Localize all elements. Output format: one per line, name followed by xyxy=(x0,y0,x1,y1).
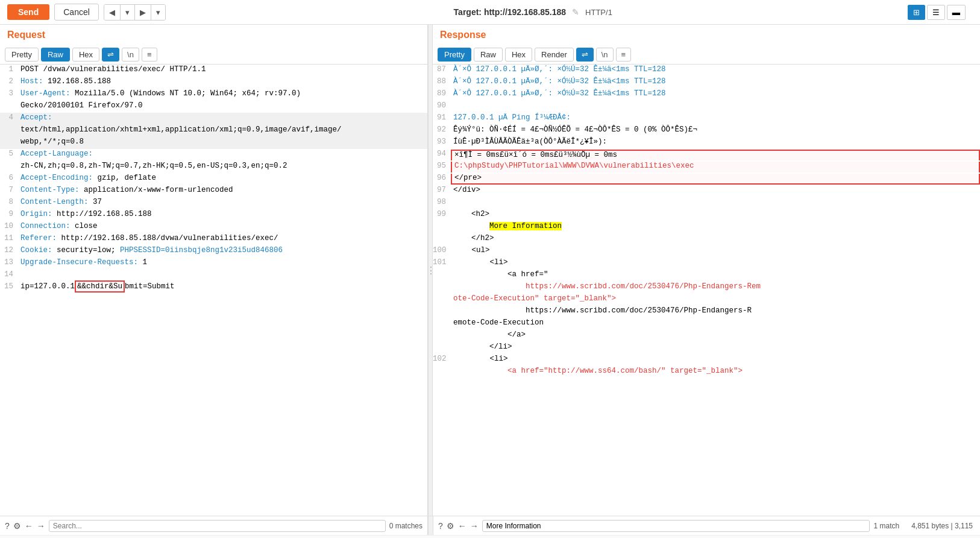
request-search-input[interactable] xyxy=(49,520,386,532)
response-search-input[interactable] xyxy=(482,520,870,532)
resp-settings-icon[interactable]: ⚙ xyxy=(447,521,454,531)
request-code-area[interactable]: 1 POST /dvwa/vulnerabilities/exec/ HTTP/… xyxy=(0,65,427,516)
resp-line-102b: <a href="http://www.ss64.com/bash/" targ… xyxy=(433,366,980,378)
req-wrap-icon[interactable]: ⇌ xyxy=(102,48,119,62)
resp-line-92: 92 Êý¾Ý°ü: ÒÑ·¢ÉÍ = 4£¬ÒÑ½ÓÊÕ = 4£¬ÒÔ*ÊS… xyxy=(433,125,980,137)
resp-line-94: 94 ×î¶Ì = 0ms£ü×î´ó = 0ms£ü³½¾ùÖµ = 0ms xyxy=(433,149,980,161)
view-horizontal-button[interactable]: ☰ xyxy=(927,5,945,20)
req-line-11: 11 Referer: http://192.168.85.188/dvwa/v… xyxy=(0,233,427,245)
req-line-7: 7 Content-Type: application/x-www-form-u… xyxy=(0,185,427,197)
resp-line-101f: emote-Code-Execution xyxy=(433,318,980,330)
resp-line-90: 90 xyxy=(433,101,980,113)
request-toolbar: Pretty Raw Hex ⇌ \n ≡ xyxy=(0,45,427,65)
resp-line-h2-close: </h2> xyxy=(433,233,980,245)
req-match-count: 0 matches xyxy=(389,522,422,530)
resp-back-icon[interactable]: ← xyxy=(458,521,466,531)
req-line-3b: Gecko/20100101 Firefox/97.0 xyxy=(0,101,427,113)
req-line-3: 3 User-Agent: Mozilla/5.0 (Windows NT 10… xyxy=(0,89,427,101)
panel-divider[interactable]: ⋮ xyxy=(428,25,433,516)
view-single-button[interactable]: ▬ xyxy=(947,5,966,20)
resp-line-101: 101 <li> xyxy=(433,258,980,270)
req-raw-btn[interactable]: Raw xyxy=(41,48,70,62)
response-toolbar: Pretty Raw Hex Render ⇌ \n ≡ xyxy=(433,45,980,65)
view-split-button[interactable]: ⊞ xyxy=(908,5,925,20)
req-line-2: 2 Host: 192.168.85.188 xyxy=(0,77,427,89)
req-line-10: 10 Connection: close xyxy=(0,221,427,233)
resp-line-95: 95 C:\phpStudy\PHPTutorial\WWW\DVWA\vuln… xyxy=(433,161,980,173)
view-toggle-group: ⊞ ☰ ▬ xyxy=(900,5,973,20)
response-code-area[interactable]: 87 À´×Ô 127.0.0.1 µÄ»Ø,´: ×Ó½Ú=32 Ê±¼ä<1… xyxy=(433,65,980,516)
response-title: Response xyxy=(440,30,486,40)
req-line-5: 5 Accept-Language: xyxy=(0,149,427,161)
resp-pretty-btn[interactable]: Pretty xyxy=(438,48,471,62)
nav-buttons: ◀ ▾ ▶ ▾ xyxy=(104,4,166,21)
req-help-icon[interactable]: ? xyxy=(5,521,10,531)
req-line-4c: webp,*/*;q=0.8 xyxy=(0,137,427,149)
resp-render-btn[interactable]: Render xyxy=(535,48,574,62)
resp-line-87: 87 À´×Ô 127.0.0.1 µÄ»Ø,´: ×Ó½Ú=32 Ê±¼ä<1… xyxy=(433,65,980,77)
resp-wrap-icon[interactable]: ⇌ xyxy=(576,48,594,62)
resp-forward-icon[interactable]: → xyxy=(470,521,479,531)
req-line-8: 8 Content-Length: 37 xyxy=(0,197,427,209)
req-pretty-btn[interactable]: Pretty xyxy=(5,48,39,62)
cancel-button[interactable]: Cancel xyxy=(54,4,99,21)
resp-hex-btn[interactable]: Hex xyxy=(505,48,532,62)
req-line-4: 4 Accept: xyxy=(0,113,427,125)
resp-line-more-info: More Information xyxy=(433,221,980,233)
req-line-1: 1 POST /dvwa/vulnerabilities/exec/ HTTP/… xyxy=(0,65,427,77)
resp-line-101h: </li> xyxy=(433,342,980,354)
more-information-highlight: More Information xyxy=(489,222,562,230)
target-url: Target: http://192.168.85.188 xyxy=(454,7,566,17)
req-newline-icon[interactable]: \n xyxy=(122,48,139,62)
forward-button[interactable]: ▶ xyxy=(135,5,151,20)
req-line-6: 6 Accept-Encoding: gzip, deflate xyxy=(0,173,427,185)
req-line-4b: text/html,application/xhtml+xml,applicat… xyxy=(0,125,427,137)
req-line-12: 12 Cookie: security=low; PHPSESSID=0iins… xyxy=(0,245,427,258)
resp-newline-icon[interactable]: \n xyxy=(596,48,614,62)
resp-help-icon[interactable]: ? xyxy=(438,521,443,531)
resp-line-88: 88 À´×Ô 127.0.0.1 µÄ»Ø,´: ×Ó½Ú=32 Ê±¼ä<1… xyxy=(433,77,980,89)
send-button[interactable]: Send xyxy=(7,4,49,20)
resp-line-93: 93 ÍùÊ·µÐ³ÌÂÙÅÃÒÃÊä±³a(ÒÔ°ÀÃëÎ*¿¥Î»): xyxy=(433,137,980,149)
resp-line-100: 100 <ul> xyxy=(433,245,980,258)
back-dropdown[interactable]: ▾ xyxy=(121,5,135,20)
bottom-divider xyxy=(428,516,433,535)
req-menu-icon[interactable]: ≡ xyxy=(142,48,157,62)
resp-line-102: 102 <li> xyxy=(433,354,980,366)
bottom-status: 4,851 bytes | 3,115 xyxy=(904,516,980,535)
req-line-9: 9 Origin: http://192.168.85.188 xyxy=(0,209,427,221)
back-button[interactable]: ◀ xyxy=(104,5,121,20)
resp-line-101b: <a href=" xyxy=(433,270,980,282)
response-header: Response xyxy=(433,25,980,45)
req-line-15: 15 ip=127.0.0.1&&chdir&Submit=Submit xyxy=(0,282,427,294)
resp-menu-icon[interactable]: ≡ xyxy=(616,48,632,62)
resp-line-101g: </a> xyxy=(433,330,980,342)
resp-line-91: 91 127.0.0.1 µÄ Ping Í³¼ÆÐÅ¢: xyxy=(433,113,980,125)
resp-line-101e: https://www.scribd.com/doc/2530476/Php-E… xyxy=(433,306,980,318)
resp-line-101c: https://www.scribd.com/doc/2530476/Php-E… xyxy=(433,282,980,294)
main-layout: Request Pretty Raw Hex ⇌ \n ≡ 1 POST /dv… xyxy=(0,25,980,516)
top-bar: Send Cancel ◀ ▾ ▶ ▾ Target: http://192.1… xyxy=(0,0,980,25)
resp-line-98: 98 xyxy=(433,197,980,209)
request-title: Request xyxy=(7,30,45,40)
status-bar: Done xyxy=(0,535,980,538)
req-back-icon[interactable]: ← xyxy=(25,521,33,531)
req-line-14: 14 xyxy=(0,270,427,282)
edit-icon[interactable]: ✎ xyxy=(572,7,579,17)
resp-line-99: 99 <h2> xyxy=(433,209,980,221)
bytes-info: 4,851 bytes | 3,115 xyxy=(911,522,973,530)
req-hex-btn[interactable]: Hex xyxy=(72,48,99,62)
response-panel: Response Pretty Raw Hex Render ⇌ \n ≡ 87… xyxy=(433,25,980,516)
request-header: Request xyxy=(0,25,427,45)
http-version: HTTP/1 xyxy=(585,8,612,17)
request-panel: Request Pretty Raw Hex ⇌ \n ≡ 1 POST /dv… xyxy=(0,25,428,516)
resp-match-count: 1 match xyxy=(873,522,899,530)
forward-dropdown[interactable]: ▾ xyxy=(151,5,165,20)
req-forward-icon[interactable]: → xyxy=(37,521,45,531)
resp-line-101d: ote-Code-Execution" target="_blank"> xyxy=(433,294,980,306)
target-info: Target: http://192.168.85.188 ✎ HTTP/1 xyxy=(454,7,612,17)
req-line-5b: zh-CN,zh;q=0.8,zh-TW;q=0.7,zh-HK;q=0.5,e… xyxy=(0,161,427,173)
resp-raw-btn[interactable]: Raw xyxy=(474,48,503,62)
req-settings-icon[interactable]: ⚙ xyxy=(13,521,21,531)
request-bottom-panel: ? ⚙ ← → 0 matches xyxy=(0,516,428,535)
